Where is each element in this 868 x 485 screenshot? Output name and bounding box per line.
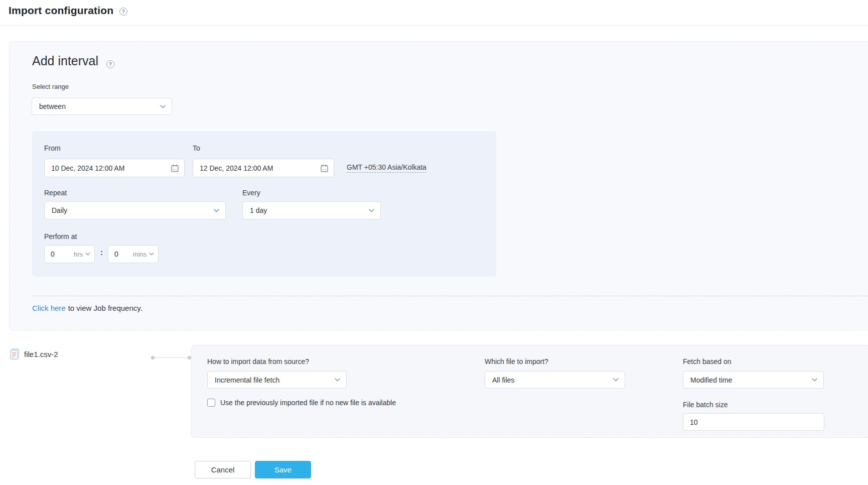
- chevron-down-icon: [149, 253, 154, 256]
- fetch-based-value: Modified time: [690, 376, 732, 384]
- chevron-down-icon: [812, 378, 817, 382]
- chevron-down-icon: [214, 209, 219, 212]
- to-date-field: [193, 159, 334, 177]
- minutes-unit: mins: [133, 251, 154, 258]
- which-file-value: All files: [492, 376, 514, 384]
- to-label: To: [193, 144, 200, 152]
- calendar-icon[interactable]: [171, 164, 179, 172]
- connector-line: [153, 357, 190, 358]
- chevron-down-icon: [85, 253, 90, 256]
- time-separator: :: [100, 248, 103, 257]
- timezone-link[interactable]: GMT +05:30 Asia/Kolkata: [347, 163, 426, 173]
- hours-unit: hrs: [74, 251, 90, 258]
- repeat-dropdown[interactable]: Daily: [44, 201, 226, 219]
- page-title: Import configuration: [9, 5, 113, 17]
- import-mode-value: Incremental file fetch: [215, 376, 279, 384]
- from-label: From: [44, 144, 61, 152]
- page-header: Import configuration ?: [0, 0, 868, 26]
- import-configuration-page: Import configuration ? Add interval ? Se…: [0, 0, 868, 485]
- minutes-dropdown[interactable]: 0 mins: [108, 245, 159, 263]
- add-interval-panel: Add interval ? Select range between From…: [9, 41, 868, 330]
- connector-dot: [151, 356, 155, 359]
- job-frequency-text: to view Job frequency.: [68, 304, 142, 312]
- csv-file-icon: [10, 348, 20, 360]
- from-date-field: [44, 159, 185, 177]
- every-dropdown[interactable]: 1 day: [242, 201, 381, 219]
- add-interval-title: Add interval: [32, 54, 98, 68]
- batch-size-label: File batch size: [683, 401, 728, 409]
- connector-dot: [188, 356, 191, 359]
- which-file-dropdown[interactable]: All files: [485, 371, 625, 389]
- select-range-value: between: [39, 102, 66, 110]
- previous-file-checkbox[interactable]: [207, 399, 215, 407]
- file-name: file1.csv-2: [24, 350, 58, 358]
- chevron-down-icon: [613, 378, 619, 382]
- import-mode-dropdown[interactable]: Incremental file fetch: [207, 371, 347, 389]
- job-frequency-line: Click hereto view Job frequency.: [32, 304, 142, 312]
- schedule-panel: From To: [32, 131, 496, 277]
- minutes-value: 0: [114, 250, 118, 258]
- hours-dropdown[interactable]: 0 hrs: [44, 245, 95, 263]
- click-here-link[interactable]: Click here: [32, 304, 66, 312]
- chevron-down-icon: [160, 105, 166, 108]
- from-date-input[interactable]: [45, 164, 171, 172]
- chevron-down-icon: [369, 209, 374, 212]
- import-mode-label: How to import data from source?: [207, 357, 309, 366]
- repeat-value: Daily: [52, 206, 67, 214]
- select-range-label: Select range: [32, 83, 69, 90]
- help-icon[interactable]: ?: [106, 60, 114, 68]
- every-label: Every: [242, 189, 260, 197]
- which-file-label: Which file to import?: [485, 357, 548, 366]
- save-button[interactable]: Save: [255, 461, 311, 478]
- file-row: file1.csv-2: [10, 348, 58, 360]
- cancel-button[interactable]: Cancel: [195, 461, 251, 478]
- repeat-label: Repeat: [44, 189, 67, 197]
- fetch-based-dropdown[interactable]: Modified time: [683, 371, 824, 389]
- previous-file-checkbox-label: Use the previously imported file if no n…: [220, 399, 396, 407]
- batch-size-input[interactable]: [683, 413, 824, 431]
- fetch-based-label: Fetch based on: [683, 357, 732, 366]
- perform-at-label: Perform at: [44, 232, 77, 240]
- file-import-config-panel: How to import data from source? Incremen…: [191, 345, 868, 438]
- select-range-dropdown[interactable]: between: [32, 98, 172, 115]
- calendar-icon[interactable]: [321, 164, 328, 172]
- to-date-input[interactable]: [193, 164, 321, 172]
- help-icon[interactable]: ?: [119, 8, 127, 16]
- divider: [32, 296, 868, 296]
- hours-value: 0: [51, 250, 55, 258]
- every-value: 1 day: [250, 206, 267, 214]
- previous-file-checkbox-row: Use the previously imported file if no n…: [207, 399, 396, 407]
- chevron-down-icon: [335, 378, 340, 382]
